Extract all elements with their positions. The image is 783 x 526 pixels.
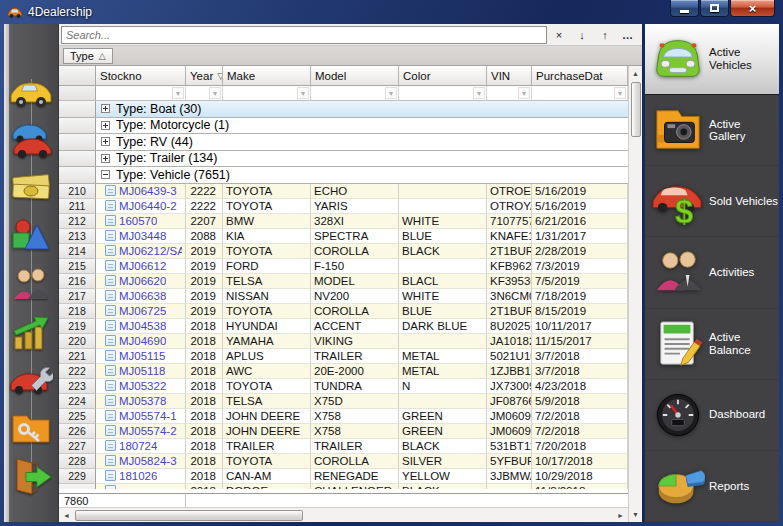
group-row-type-boat-30[interactable]: Type: Boat (30): [59, 101, 628, 118]
note-icon[interactable]: [105, 185, 116, 196]
filter-cell-stockno[interactable]: ▾: [96, 86, 186, 100]
table-row[interactable]: 225MJ05574-12018JOHN DEEREX758GREENJM060…: [59, 409, 628, 424]
service-icon[interactable]: [8, 360, 54, 400]
expand-icon[interactable]: [101, 137, 110, 146]
title-bar[interactable]: 4Dealership ×: [0, 0, 783, 24]
dropdown-icon[interactable]: ▾: [518, 87, 530, 99]
note-icon[interactable]: [105, 455, 116, 466]
note-icon[interactable]: [105, 485, 116, 489]
dropdown-icon[interactable]: ▾: [473, 87, 485, 99]
column-header-make[interactable]: Make: [223, 66, 311, 86]
search-next-button[interactable]: ↓: [571, 26, 593, 44]
search-prev-button[interactable]: ↑: [594, 26, 616, 44]
group-row-type-motorcycle-1[interactable]: Type: Motorcycle (1): [59, 118, 628, 135]
note-icon[interactable]: [105, 245, 116, 256]
note-icon[interactable]: [105, 275, 116, 286]
note-icon[interactable]: [105, 425, 116, 436]
filter-cell-model[interactable]: ▾: [311, 86, 399, 100]
stockno-link[interactable]: MJ05115: [119, 350, 165, 362]
table-row[interactable]: 222MJ051182018AWC20E-2000METAL1ZJBB163/7…: [59, 364, 628, 379]
table-row[interactable]: 217MJ066382019NISSANNV200WHITE3N6CM0K7/1…: [59, 289, 628, 304]
table-row[interactable]: 2271807242018TRAILERTRAILERBLACK531BT117…: [59, 439, 628, 454]
sidebar-item-reports[interactable]: Reports: [645, 451, 779, 522]
stockno-link[interactable]: MJ06725: [119, 305, 166, 317]
table-row[interactable]: 220MJ046902018YAMAHAVIKINGJA1018211/15/2…: [59, 334, 628, 349]
note-icon[interactable]: [105, 260, 116, 271]
table-row[interactable]: 219MJ045382018HYUNDAIACCENTDARK BLUE8U20…: [59, 319, 628, 334]
filter-cell-color[interactable]: ▾: [399, 86, 487, 100]
stockno-link[interactable]: 160570: [119, 215, 157, 227]
note-icon[interactable]: [105, 320, 116, 331]
table-row[interactable]: 215MJ066122019FORDF-150KFB96207/3/2019: [59, 259, 628, 274]
stockno-link[interactable]: MJ06440-2: [119, 200, 177, 212]
horizontal-scroll-thumb[interactable]: [75, 510, 303, 521]
money-icon[interactable]: [8, 168, 54, 208]
note-icon[interactable]: [105, 215, 116, 226]
column-header-color[interactable]: Color: [399, 66, 487, 86]
expand-icon[interactable]: [101, 121, 110, 130]
column-header-stockno[interactable]: Stockno: [96, 66, 186, 86]
table-row[interactable]: 223MJ053222018TOYOTATUNDRANJX730094/23/2…: [59, 379, 628, 394]
table-row[interactable]: 224MJ053782018TELSAX75DJF087665/9/2018: [59, 394, 628, 409]
close-button[interactable]: ×: [730, 0, 775, 17]
note-icon[interactable]: [105, 365, 116, 376]
note-icon[interactable]: [105, 470, 116, 481]
sidebar-item-sold-vehicles[interactable]: $Sold Vehicles: [645, 166, 779, 237]
scroll-right-icon[interactable]: ►: [613, 508, 628, 523]
scroll-left-icon[interactable]: ◄: [59, 508, 74, 523]
column-header-purchasedat[interactable]: PurchaseDat: [532, 66, 628, 86]
expand-icon[interactable]: [101, 104, 110, 113]
stockno-link[interactable]: MJ06638: [119, 290, 166, 302]
vehicles-icon[interactable]: [8, 120, 54, 160]
note-icon[interactable]: [105, 305, 116, 316]
stockno-link[interactable]: MJ05574-1: [119, 410, 177, 422]
sidebar-item-active-gallery[interactable]: Active Gallery: [645, 95, 779, 166]
table-row[interactable]: 228MJ05824-32018TOYOTACOROLLASILVER5YFBU…: [59, 454, 628, 469]
stockno-link[interactable]: MJ05118: [119, 365, 165, 377]
scroll-up-icon[interactable]: ▲: [628, 66, 643, 81]
maximize-button[interactable]: [700, 0, 729, 17]
note-icon[interactable]: [105, 410, 116, 421]
stockno-link[interactable]: 181026: [119, 470, 157, 482]
inventory-shapes-icon[interactable]: [8, 216, 54, 256]
table-row[interactable]: 2121605702207BMW328XIWHITE71077576/21/20…: [59, 214, 628, 229]
filter-cell-make[interactable]: ▾: [223, 86, 311, 100]
note-icon[interactable]: [105, 395, 116, 406]
note-icon[interactable]: [105, 335, 116, 346]
table-row[interactable]: 214MJ06212/SA2019TOYOTACOROLLABLACK2T1BU…: [59, 244, 628, 259]
clear-search-button[interactable]: ×: [548, 26, 570, 44]
stockno-link[interactable]: 180724: [119, 440, 157, 452]
dropdown-icon[interactable]: ▾: [172, 87, 184, 99]
table-row[interactable]: 218MJ067252019TOYOTACOROLLABLUE2T1BURH8/…: [59, 304, 628, 319]
stockno-link[interactable]: MJ04690: [119, 335, 166, 347]
sidebar-item-dashboard[interactable]: Dashboard: [645, 380, 779, 451]
keys-folder-icon[interactable]: [8, 408, 54, 448]
note-icon[interactable]: [105, 380, 116, 391]
stockno-link[interactable]: MJ03448: [119, 230, 166, 242]
stockno-link[interactable]: MJ06212/SA: [119, 245, 182, 257]
note-icon[interactable]: [105, 350, 116, 361]
dropdown-icon[interactable]: ▾: [385, 87, 397, 99]
collapse-icon[interactable]: [101, 170, 110, 179]
stockno-link[interactable]: MJ06620: [119, 275, 166, 287]
horizontal-scrollbar[interactable]: ◄ ►: [59, 507, 628, 522]
table-row[interactable]: 216MJ066202019TELSAMODELBLACLKF395367/5/…: [59, 274, 628, 289]
table-row[interactable]: 2291810262018CAN-AMRENEGADEYELLOW3JBMWA1…: [59, 469, 628, 484]
vertical-scrollbar[interactable]: ▲ ▼: [628, 66, 642, 522]
table-row[interactable]: 211MJ06440-22222TOYOTAYARISOTROYA5/16/20…: [59, 199, 628, 214]
stockno-link[interactable]: MJ05378: [119, 395, 166, 407]
filter-cell-vin[interactable]: ▾: [487, 86, 532, 100]
column-header-vin[interactable]: VIN: [487, 66, 532, 86]
stockno-link[interactable]: MJ06612: [119, 260, 166, 272]
group-row-type-vehicle-7651[interactable]: Type: Vehicle (7651): [59, 167, 628, 184]
stockno-link[interactable]: MJ05824-3: [119, 455, 177, 467]
group-row-type-rv-44[interactable]: Type: RV (44): [59, 134, 628, 151]
scroll-down-icon[interactable]: ▼: [628, 507, 643, 522]
note-icon[interactable]: [105, 440, 116, 451]
filter-cell-purchasedat[interactable]: ▾: [532, 86, 628, 100]
minimize-button[interactable]: [670, 0, 699, 17]
note-icon[interactable]: [105, 290, 116, 301]
table-row[interactable]: 226MJ05574-22018JOHN DEEREX758GREENJM060…: [59, 424, 628, 439]
row-indicator-header[interactable]: [59, 66, 96, 86]
column-header-model[interactable]: Model: [311, 66, 399, 86]
